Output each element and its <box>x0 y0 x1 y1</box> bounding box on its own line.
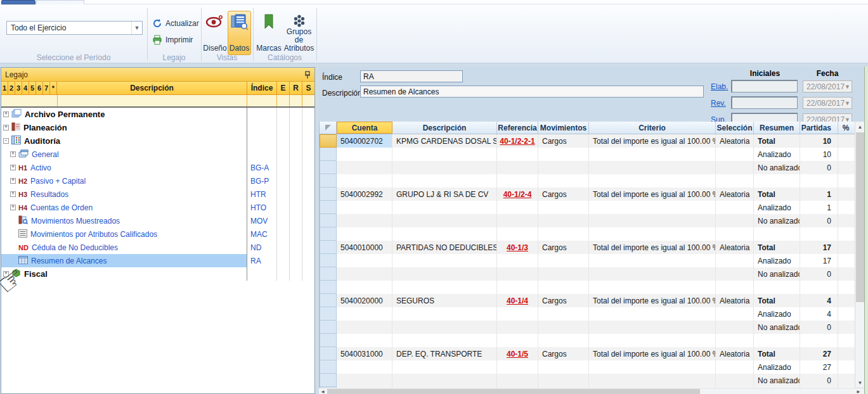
chevron-down-icon[interactable]: ▼ <box>845 100 853 106</box>
cell-descripcion[interactable]: GRUPO LJ & RI SA DE CV <box>392 187 497 201</box>
cell-resumen[interactable]: No analizado <box>754 374 800 387</box>
cell-movimientos[interactable]: Cargos <box>538 134 589 148</box>
cell-partidas[interactable] <box>800 227 838 241</box>
cell-resumen[interactable]: No analizado <box>754 214 800 227</box>
cell-referencia[interactable] <box>497 214 538 227</box>
cell-pct[interactable] <box>838 174 853 187</box>
cell-descripcion[interactable] <box>392 227 497 241</box>
row-selector[interactable] <box>320 307 337 321</box>
elab-link[interactable]: Elab. <box>711 82 728 91</box>
cell-criterio[interactable]: Total del importe es igual al 100.00 % <box>589 241 716 254</box>
cell-movimientos[interactable]: Cargos <box>538 187 589 201</box>
grid-row[interactable] <box>320 281 855 294</box>
rev-fecha-picker[interactable]: 22/08/2017▼ <box>803 97 852 109</box>
cell-referencia[interactable] <box>497 174 538 187</box>
row-selector[interactable] <box>320 227 337 241</box>
cell-cuenta[interactable]: 5040010000 <box>337 241 392 254</box>
cell-referencia[interactable]: 40-1/3 <box>497 241 538 254</box>
cell-cuenta[interactable] <box>337 334 392 347</box>
grid-row[interactable] <box>320 174 855 187</box>
cell-pct[interactable] <box>838 201 853 214</box>
grid-row[interactable]: No analizado0 <box>320 267 855 281</box>
cell-criterio[interactable] <box>589 174 716 187</box>
cell-movimientos[interactable] <box>538 374 589 387</box>
cell-seleccion[interactable] <box>716 148 754 161</box>
filter-cell[interactable] <box>302 95 314 106</box>
cell-movimientos[interactable]: Cargos <box>538 241 589 254</box>
grid-row[interactable]: No analizado0 <box>320 374 855 387</box>
indice-input[interactable]: RA <box>360 70 463 82</box>
tree-filter-row[interactable] <box>1 95 314 108</box>
diseno-button[interactable]: Diseño <box>203 11 227 55</box>
cell-seleccion[interactable] <box>716 214 754 227</box>
cell-descripcion[interactable] <box>392 174 497 187</box>
cell-criterio[interactable] <box>589 321 716 334</box>
cell-referencia[interactable] <box>497 227 538 241</box>
tree-item-activo[interactable]: +H1ActivoBG-A <box>1 161 314 174</box>
cell-seleccion[interactable] <box>716 267 754 281</box>
cell-criterio[interactable]: Total del importe es igual al 100.00 % <box>589 187 716 201</box>
grid-header-referencia[interactable]: Referencia <box>497 122 538 134</box>
cell-referencia[interactable] <box>497 281 538 294</box>
cell-movimientos[interactable] <box>538 148 589 161</box>
cell-resumen[interactable]: Analizado <box>754 360 800 374</box>
cell-pct[interactable] <box>838 281 853 294</box>
cell-descripcion[interactable] <box>392 148 497 161</box>
cell-resumen[interactable]: Total <box>754 134 800 148</box>
horizontal-scrollbar[interactable]: ◄ ► <box>319 388 864 394</box>
row-selector[interactable] <box>320 148 337 161</box>
cell-resumen[interactable]: Analizado <box>754 307 800 321</box>
tree-item-movimientos-por-atributos-calificados[interactable]: Movimientos por Atributos CalificadosMAC <box>1 227 314 241</box>
imprimir-button[interactable]: Imprimir <box>152 35 193 45</box>
cell-movimientos[interactable] <box>538 334 589 347</box>
column-header-descripcion[interactable]: Descripción <box>57 82 247 94</box>
level-header-3[interactable]: 3 <box>15 82 22 94</box>
cell-pct[interactable] <box>838 134 853 148</box>
row-selector[interactable] <box>320 334 337 347</box>
cell-seleccion[interactable] <box>716 360 754 374</box>
cell-seleccion[interactable] <box>716 334 754 347</box>
cell-cuenta[interactable] <box>337 227 392 241</box>
cell-pct[interactable] <box>838 148 853 161</box>
cell-criterio[interactable] <box>589 161 716 174</box>
marcas-button[interactable]: Marcas <box>256 11 282 55</box>
cell-movimientos[interactable] <box>538 281 589 294</box>
grid-header-movimientos[interactable]: Movimientos <box>538 122 589 134</box>
tree-item-fiscal[interactable]: +Fiscal <box>1 267 314 281</box>
cell-movimientos[interactable] <box>538 254 589 267</box>
cell-cuenta[interactable] <box>337 307 392 321</box>
cell-referencia[interactable]: 40-1/2-4 <box>497 187 538 201</box>
cell-referencia[interactable] <box>497 307 538 321</box>
cell-movimientos[interactable] <box>538 267 589 281</box>
expander-plus-icon[interactable]: + <box>10 205 16 210</box>
cell-movimientos[interactable] <box>538 174 589 187</box>
cell-criterio[interactable] <box>589 281 716 294</box>
cell-criterio[interactable] <box>589 148 716 161</box>
cell-criterio[interactable] <box>589 227 716 241</box>
row-selector[interactable] <box>320 360 337 374</box>
cell-partidas[interactable]: 17 <box>800 254 838 267</box>
cell-seleccion[interactable] <box>716 254 754 267</box>
grid-row[interactable]: 5040020000SEGUROS40-1/4CargosTotal del i… <box>320 294 855 307</box>
level-header-5[interactable]: 5 <box>29 82 36 94</box>
level-header-2[interactable]: 2 <box>8 82 15 94</box>
cell-resumen[interactable]: Total <box>754 187 800 201</box>
cell-seleccion[interactable] <box>716 307 754 321</box>
cell-cuenta[interactable] <box>337 201 392 214</box>
cell-partidas[interactable]: 4 <box>800 294 838 307</box>
cell-resumen[interactable]: No analizado <box>754 161 800 174</box>
grid-row[interactable]: Analizado1 <box>320 201 855 214</box>
cell-pct[interactable] <box>838 254 853 267</box>
row-selector[interactable] <box>320 281 337 294</box>
cell-criterio[interactable] <box>589 214 716 227</box>
grid-row[interactable]: 5040031000DEP. EQ. TRANSPORTE40-1/5Cargo… <box>320 347 855 360</box>
grid-row[interactable] <box>320 334 855 347</box>
grid-header-%[interactable]: % <box>838 122 853 134</box>
cell-movimientos[interactable] <box>538 201 589 214</box>
cell-movimientos[interactable] <box>538 214 589 227</box>
cell-seleccion[interactable]: Aleatoria <box>716 134 754 148</box>
cell-cuenta[interactable] <box>337 321 392 334</box>
cell-pct[interactable] <box>838 241 853 254</box>
cell-resumen[interactable]: Total <box>754 347 800 360</box>
cell-pct[interactable] <box>838 307 853 321</box>
